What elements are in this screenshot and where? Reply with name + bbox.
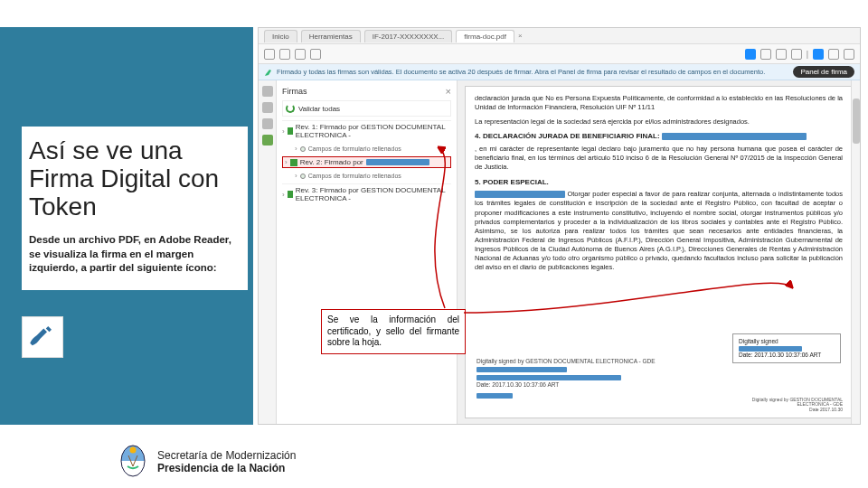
chevron-right-icon: › xyxy=(295,145,297,153)
zoom-in-icon[interactable] xyxy=(791,49,802,60)
fields-dot-icon xyxy=(300,174,306,179)
print-icon[interactable] xyxy=(279,49,290,60)
signature-icon-sample xyxy=(22,316,63,358)
sig-rev2-fields: › Campos de formulario rellenados xyxy=(282,172,451,180)
chevron-right-icon: › xyxy=(282,127,285,136)
signature-rev-2-highlighted[interactable]: › Rev. 2: Firmado por xyxy=(282,156,451,168)
panel-firma-button[interactable]: Panel de firma xyxy=(793,66,854,78)
chevron-right-icon: › xyxy=(295,172,297,180)
sig-rev1-label: Rev. 1: Firmado por GESTION DOCUMENTAL E… xyxy=(296,123,451,139)
left-rail xyxy=(259,80,277,424)
signature-rev-3[interactable]: › Rev. 3: Firmado por GESTION DOCUMENTAL… xyxy=(282,183,451,204)
signatures-panel-icon[interactable] xyxy=(262,135,273,145)
fountain-pen-icon xyxy=(29,322,56,352)
doc-heading-4: 4. DECLARACIÓN JURADA DE BENEFICIARIO FI… xyxy=(475,132,660,140)
doc-para-0: declaración jurada que No es Persona Exp… xyxy=(475,94,843,112)
thumbnails-icon[interactable] xyxy=(262,86,273,97)
fill-sign-icon[interactable] xyxy=(828,49,839,60)
validate-all-row[interactable]: Validar todas xyxy=(282,100,451,117)
select-tool-icon[interactable] xyxy=(745,49,756,60)
bookmarks-icon[interactable] xyxy=(262,102,273,113)
save-icon[interactable] xyxy=(264,49,275,60)
search-icon[interactable] xyxy=(310,49,321,60)
vertical-scrollbar[interactable] xyxy=(851,80,860,424)
signature-info-bar: Firmado y todas las firmas son válidas. … xyxy=(259,64,860,80)
pdf-toolbar: | xyxy=(259,44,860,64)
signature-rev-1[interactable]: › Rev. 1: Firmado por GESTION DOCUMENTAL… xyxy=(282,120,451,141)
close-icon[interactable]: × xyxy=(446,86,451,97)
page-footer-stamp: Digitally signed by GESTION DOCUMENTALEL… xyxy=(752,398,843,413)
slide-title: Así se ve una Firma Digital con Token xyxy=(29,137,241,221)
valid-sig-icon xyxy=(288,127,293,135)
zoom-out-icon[interactable] xyxy=(776,49,787,60)
sig-rev1-fields: › Campos de formulario rellenados xyxy=(282,145,451,153)
svg-point-2 xyxy=(130,447,137,454)
footer-logo: Secretaría de Modernización Presidencia … xyxy=(118,445,296,481)
doc-para-1: La representación legal de la sociedad s… xyxy=(475,117,843,127)
svg-point-0 xyxy=(37,337,40,340)
tab-close-icon[interactable]: × xyxy=(518,32,523,40)
pdf-tabs-row: Inicio Herramientas IF-2017-XXXXXXXX... … xyxy=(259,28,860,44)
footer-text: Secretaría de Modernización Presidencia … xyxy=(157,450,296,475)
sig-rev3-label: Rev. 3: Firmado por GESTION DOCUMENTAL E… xyxy=(296,186,451,202)
signature-stamp-right: Digitally signed Date: 2017.10.30 10:37:… xyxy=(732,333,841,363)
refresh-icon xyxy=(286,104,295,113)
slide-subtitle: Desde un archivo PDF, en Adobe Reader, s… xyxy=(29,233,241,276)
mail-icon[interactable] xyxy=(295,49,306,60)
callout-arrow-2 xyxy=(432,143,796,314)
signature-tool-icon[interactable] xyxy=(844,49,854,60)
signatures-panel-title: Firmas xyxy=(282,87,307,96)
signed-status-icon xyxy=(264,68,273,77)
chevron-right-icon: › xyxy=(282,191,285,199)
valid-sig-icon xyxy=(290,159,297,166)
scrollbar-thumb[interactable] xyxy=(853,99,860,144)
tab-home[interactable]: Inicio xyxy=(264,30,297,42)
signatures-panel: Firmas × Validar todas › Rev. 1: Firmado… xyxy=(277,80,458,424)
redacted-name xyxy=(366,159,429,165)
tab-tools[interactable]: Herramientas xyxy=(301,30,361,42)
tab-doc-active[interactable]: firma-doc.pdf xyxy=(456,30,514,42)
redacted-name xyxy=(662,133,807,140)
validate-all-label: Validar todas xyxy=(298,105,340,113)
chevron-right-icon: › xyxy=(285,158,288,166)
signature-block-left: Digitally signed by GESTION DOCUMENTAL E… xyxy=(476,358,656,399)
footer-line2: Presidencia de la Nación xyxy=(157,463,296,475)
argentina-shield-icon xyxy=(118,445,148,481)
callout-box: Se ve la información del certificado, y … xyxy=(321,309,466,354)
valid-sig-icon xyxy=(288,191,293,198)
sig-rev2-label: Rev. 2: Firmado por xyxy=(300,158,363,166)
attachments-icon[interactable] xyxy=(262,118,273,129)
slide-text-block: Así se ve una Firma Digital con Token De… xyxy=(22,127,248,290)
fields-dot-icon xyxy=(300,146,306,152)
fit-width-icon[interactable] xyxy=(813,49,824,60)
info-bar-text: Firmado y todas las firmas son válidas. … xyxy=(277,68,765,76)
footer-line1: Secretaría de Modernización xyxy=(157,450,296,463)
hand-tool-icon[interactable] xyxy=(760,49,771,60)
tab-doc-1[interactable]: IF-2017-XXXXXXXX... xyxy=(364,30,453,42)
